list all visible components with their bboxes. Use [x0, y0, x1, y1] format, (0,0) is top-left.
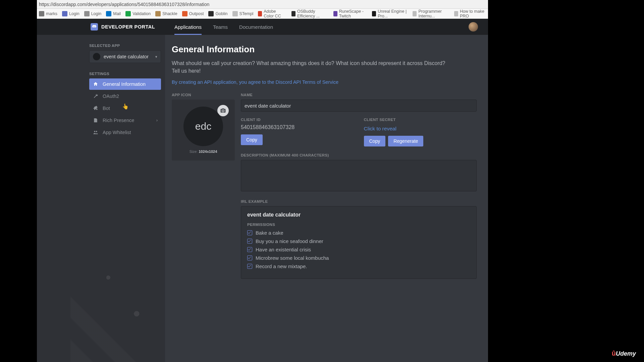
- favicon-icon: [125, 11, 131, 16]
- brand[interactable]: DEVELOPER PORTAL: [37, 23, 164, 31]
- bookmark-item[interactable]: Adobe Color CC: [258, 9, 287, 18]
- main-content: General Information What should we call …: [165, 35, 488, 362]
- settings-heading: SETTINGS: [89, 72, 161, 76]
- bookmark-item[interactable]: Shackle: [155, 11, 177, 16]
- bookmark-item[interactable]: marks: [39, 11, 57, 16]
- tos-link[interactable]: By creating an API application, you agre…: [172, 79, 477, 85]
- app-icon-label: APP ICON: [172, 93, 235, 97]
- favicon-icon: [372, 11, 376, 16]
- bookmark-item[interactable]: Programmer Internu...: [413, 9, 449, 18]
- bookmark-item[interactable]: Outpost: [182, 11, 204, 16]
- favicon-icon: [39, 11, 44, 16]
- bookmark-item[interactable]: Validation: [125, 11, 151, 16]
- bookmark-label: Validation: [132, 11, 151, 16]
- permission-label: Bake a cake: [256, 230, 283, 236]
- bookmark-label: How to make PRO: [460, 9, 486, 18]
- browser-viewport: https://discordapp.com/developers/applic…: [37, 0, 488, 362]
- permission-label: Record a new mixtape.: [256, 263, 307, 269]
- client-secret-label: CLIENT SECRET: [364, 118, 477, 122]
- letterbox-left: [0, 0, 37, 362]
- copy-client-id-button[interactable]: Copy: [241, 134, 263, 145]
- sidebar: SELECTED APP event date calculator ▾ SET…: [37, 35, 165, 362]
- sidebar-item-label: Rich Presence: [103, 118, 134, 123]
- nav-teams[interactable]: Teams: [213, 19, 228, 35]
- sidebar-item-bot[interactable]: Bot: [89, 103, 161, 114]
- sidebar-item-label: General Information: [103, 81, 146, 87]
- bookmarks-bar: marksLoginLoginMailValidationShackleOutp…: [37, 9, 488, 19]
- check-icon: [247, 264, 252, 269]
- name-label: NAME: [241, 93, 477, 97]
- client-id-value: 540158846363107328: [241, 124, 354, 130]
- sidebar-item-app-whitelist[interactable]: App Whitelist: [89, 127, 161, 138]
- page-subtitle: What should we call your creation? What …: [172, 59, 447, 75]
- favicon-icon: [84, 11, 90, 16]
- app-body: SELECTED APP event date calculator ▾ SET…: [37, 35, 488, 362]
- check-icon: [247, 230, 252, 235]
- selected-app-name: event date calculator: [104, 54, 152, 59]
- favicon-icon: [62, 11, 67, 16]
- check-icon: [247, 247, 252, 252]
- bookmark-item[interactable]: RuneScape - Twitch: [333, 9, 367, 18]
- app-icon-box: edc Size: 1024x1024: [172, 100, 235, 161]
- brand-text: DEVELOPER PORTAL: [101, 24, 155, 29]
- favicon-icon: [291, 11, 296, 16]
- nav-documentation[interactable]: Documentation: [239, 19, 273, 35]
- sidebar-background-art: [70, 241, 165, 362]
- bookmark-item[interactable]: Goblin: [208, 11, 227, 16]
- people-icon: [93, 129, 99, 135]
- bookmark-item[interactable]: Login: [84, 11, 102, 16]
- sidebar-item-oauth2[interactable]: OAuth2: [89, 90, 161, 102]
- bookmark-label: RuneScape - Twitch: [339, 9, 367, 18]
- description-label: DESCRIPTION (MAXIMUM 400 CHARACTERS): [241, 153, 477, 157]
- app-dot-icon: [93, 53, 100, 60]
- permission-item: Buy you a nice seafood dinner: [247, 238, 470, 244]
- name-input[interactable]: [241, 100, 477, 112]
- bookmark-item[interactable]: How to make PRO: [454, 9, 486, 18]
- sidebar-item-rich-presence[interactable]: Rich Presence ›: [89, 115, 161, 126]
- favicon-icon: [182, 11, 187, 16]
- sidebar-item-label: OAuth2: [103, 94, 119, 99]
- client-id-label: CLIENT ID: [241, 118, 354, 122]
- sidebar-item-label: App Whitelist: [103, 130, 131, 135]
- sidebar-item-general-information[interactable]: General Information: [89, 78, 161, 90]
- permission-label: Have an existential crisis: [256, 247, 311, 252]
- bookmark-label: Outpost: [189, 11, 204, 16]
- regenerate-secret-button[interactable]: Regenerate: [388, 136, 423, 146]
- permission-item: Bake a cake: [247, 230, 470, 236]
- letterbox-right: [488, 0, 644, 362]
- bookmark-label: OSBuddy Efficiency ...: [297, 9, 329, 18]
- puzzle-icon: [93, 105, 99, 111]
- url-text: https://discordapp.com/developers/applic…: [39, 2, 486, 7]
- browser-url-bar[interactable]: https://discordapp.com/developers/applic…: [37, 0, 488, 9]
- user-avatar[interactable]: [469, 22, 478, 32]
- nav-applications[interactable]: Applications: [174, 19, 202, 35]
- permission-item: Record a new mixtape.: [247, 263, 470, 269]
- bookmark-label: STempl: [239, 11, 254, 16]
- description-textarea[interactable]: [241, 160, 477, 191]
- discord-logo-icon: [91, 23, 98, 31]
- bookmark-item[interactable]: STempl: [232, 11, 254, 16]
- permissions-heading: PERMISSIONS: [247, 223, 470, 227]
- icon-size: Size: 1024x1024: [190, 149, 217, 154]
- permission-label: Buy you a nice seafood dinner: [256, 238, 323, 244]
- bookmark-item[interactable]: OSBuddy Efficiency ...: [291, 9, 329, 18]
- reveal-secret-link[interactable]: Click to reveal: [364, 126, 396, 132]
- chevron-right-icon: ›: [156, 118, 158, 123]
- bookmark-item[interactable]: Mail: [106, 11, 121, 16]
- check-icon: [247, 255, 252, 260]
- selected-app-dropdown[interactable]: event date calculator ▾: [89, 50, 161, 63]
- copy-client-secret-button[interactable]: Copy: [364, 136, 386, 146]
- bookmark-label: marks: [46, 11, 57, 16]
- permission-item: Have an existential crisis: [247, 247, 470, 252]
- app-root: DEVELOPER PORTAL Applications Teams Docu…: [37, 19, 488, 362]
- favicon-icon: [333, 11, 337, 16]
- bookmark-label: Programmer Internu...: [418, 9, 449, 18]
- bookmark-item[interactable]: Unreal Engine | Pro...: [372, 9, 408, 18]
- check-icon: [247, 239, 252, 244]
- bookmark-label: Mail: [113, 11, 121, 16]
- bookmark-item[interactable]: Login: [62, 11, 79, 16]
- app-icon-circle[interactable]: edc: [183, 107, 223, 146]
- home-icon: [93, 81, 99, 87]
- bookmark-label: Login: [69, 11, 79, 16]
- favicon-icon: [232, 11, 238, 16]
